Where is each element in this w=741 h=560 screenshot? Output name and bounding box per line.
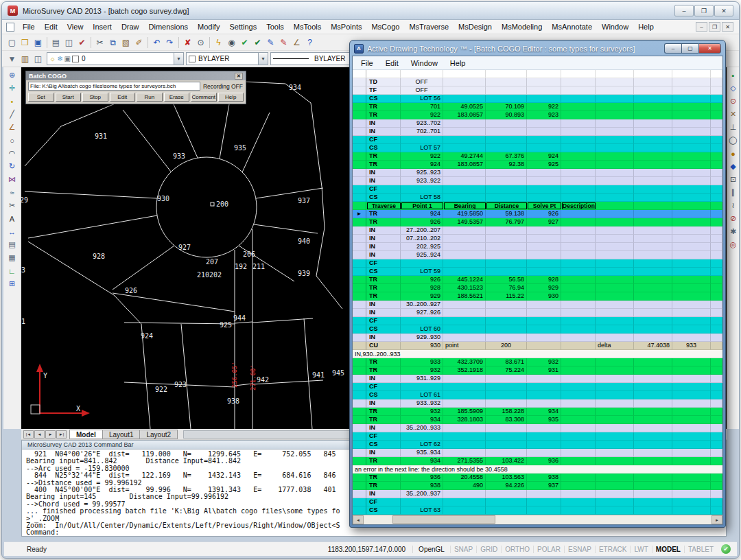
esnap-target-icon[interactable]: ◎	[727, 238, 740, 251]
editor-menu-file[interactable]: File	[355, 59, 379, 67]
menu-mspoints[interactable]: MsPoints	[326, 23, 366, 31]
grid-row[interactable]: CF	[353, 136, 722, 144]
text-icon[interactable]: A	[5, 212, 19, 225]
audit-check-icon[interactable]: ✔	[238, 36, 251, 49]
menu-msmodeling[interactable]: MsModeling	[497, 23, 547, 31]
verify-check-icon[interactable]: ✔	[251, 36, 264, 49]
arc-icon[interactable]: ◠	[5, 147, 19, 160]
menu-mstools[interactable]: MsTools	[289, 23, 326, 31]
snap-quadrant-icon[interactable]: ◆	[727, 160, 740, 173]
zoom-in-icon[interactable]: ⊕	[5, 69, 19, 82]
menu-edit[interactable]: Edit	[40, 23, 62, 31]
menu-mscogo[interactable]: MsCogo	[366, 23, 404, 31]
grid-row[interactable]: IN923..922	[353, 177, 722, 185]
grid-row[interactable]: CSLOT 57	[353, 144, 722, 152]
tab-model[interactable]: Model	[69, 430, 103, 439]
grid-icon[interactable]: ⊞	[5, 277, 19, 290]
dimension-icon[interactable]: ↔	[5, 225, 19, 238]
print-preview-icon[interactable]: ◫	[62, 36, 75, 49]
restore-button[interactable]: ❐	[694, 5, 714, 16]
editor-minimize-button[interactable]: –	[664, 43, 681, 54]
grid-row[interactable]: IN202..925	[353, 243, 722, 251]
snap-endpoint-icon[interactable]: ▪	[727, 69, 740, 82]
explorer-icon[interactable]: ▥	[19, 52, 32, 65]
color-combo[interactable]: BYLAYER ▼	[186, 52, 268, 65]
batch-stop-button[interactable]: Stop	[82, 93, 108, 102]
grid-row[interactable]: TDOFF	[353, 78, 722, 86]
snap-perpendicular-icon[interactable]: ⊥	[727, 121, 740, 134]
minimize-button[interactable]: –	[674, 5, 694, 16]
scrollbar-track[interactable]	[364, 515, 711, 524]
mirror-icon[interactable]: ⋈	[5, 173, 19, 186]
chevron-down-icon[interactable]: ▼	[258, 53, 268, 65]
redline-pencil-icon[interactable]: ✎	[277, 36, 290, 49]
grid-row[interactable]: IN30..200..927	[353, 301, 722, 309]
grid-row[interactable]: IN923..702	[353, 119, 722, 128]
menu-file[interactable]: File	[18, 23, 40, 31]
trim-icon[interactable]: ✂	[5, 199, 19, 212]
circle-icon[interactable]: ○	[5, 134, 19, 147]
grid-span-row[interactable]: an error in the next line: the direction…	[353, 465, 722, 474]
menu-insert[interactable]: Insert	[88, 23, 117, 31]
grid-row[interactable]: CF	[353, 498, 722, 506]
grid-row[interactable]: CF	[353, 383, 722, 391]
grid-row[interactable]: CSLOT 59	[353, 268, 722, 276]
batch-file-field[interactable]: File: K:\Big Al\batch cogo files\some ty…	[28, 82, 200, 91]
grid-row[interactable]: CSLOT 58	[353, 194, 722, 202]
menu-settings[interactable]: Settings	[224, 23, 261, 31]
print-icon[interactable]: ▤	[49, 36, 62, 49]
snap-none-icon[interactable]: ⊘	[727, 212, 740, 225]
snap-node-icon[interactable]: ●	[727, 147, 740, 160]
column-header-distance[interactable]: Distance	[486, 202, 527, 209]
grid-row[interactable]: IN35..200..937	[353, 490, 722, 498]
grid-row[interactable]: IN933..932	[353, 399, 722, 408]
editor-menu-window[interactable]: Window	[405, 59, 444, 67]
layers-icon[interactable]: ▤	[5, 238, 19, 251]
zoom-realtime-icon[interactable]: ⊙	[194, 36, 207, 49]
menu-window[interactable]: Window	[597, 23, 633, 31]
snap-parallel-icon[interactable]: ∥	[727, 186, 740, 199]
copy-icon[interactable]: ⧉	[106, 36, 119, 49]
help-icon[interactable]: ?	[303, 36, 316, 49]
snapshot-icon[interactable]: ◉	[225, 36, 238, 49]
grid-row[interactable]: TFOFF	[353, 86, 722, 95]
grid-span-row[interactable]: IN,930..200..933	[353, 350, 722, 358]
grid-row[interactable]: IN702..701	[353, 128, 722, 136]
menu-dimensions[interactable]: Dimensions	[144, 23, 193, 31]
polyline-icon[interactable]: ∠	[5, 121, 19, 134]
menu-modify[interactable]: Modify	[193, 23, 224, 31]
layer-states-icon[interactable]: ◫	[32, 52, 45, 65]
scroll-left-icon[interactable]: ◄	[353, 515, 364, 524]
offset-icon[interactable]: ≈	[5, 186, 19, 199]
rotate-icon[interactable]: ↻	[5, 160, 19, 173]
batch-set-button[interactable]: Set	[28, 93, 54, 102]
grid-row[interactable]: IN35..200..933	[353, 424, 722, 432]
grid-row[interactable]: IN927..926	[353, 309, 722, 317]
status-model[interactable]: MODEL	[652, 546, 684, 553]
editor-maximize-button[interactable]: ▢	[681, 43, 698, 54]
grid-row[interactable]: CSLOT 62	[353, 441, 722, 449]
snap-nearest-icon[interactable]: ≀	[727, 199, 740, 212]
mdi-minimize-button[interactable]: –	[696, 22, 707, 32]
status-grid[interactable]: GRID	[476, 546, 501, 553]
menu-tools[interactable]: Tools	[261, 23, 289, 31]
grid-row[interactable]: TR92249.274467.376924	[353, 152, 722, 161]
batch-run-button[interactable]: Run	[137, 93, 163, 102]
grid-row[interactable]: ►TR924419.585059.138926	[353, 210, 722, 218]
status-tablet[interactable]: TABLET	[684, 546, 717, 553]
grid-row[interactable]: TR928430.152376.94929	[353, 284, 722, 292]
column-header-solve-pt[interactable]: Solve Pt	[528, 202, 561, 209]
tab-nav-3[interactable]: ►|	[56, 430, 67, 439]
column-header-description[interactable]: Description	[562, 202, 596, 209]
grid-row[interactable]: IN931..929	[353, 375, 722, 383]
chevron-down-icon[interactable]: ▼	[174, 53, 183, 65]
grid-row[interactable]: TR922183.085790.893923	[353, 111, 722, 119]
grid-row[interactable]: CF	[353, 259, 722, 268]
editor-menu-help[interactable]: Help	[444, 59, 472, 67]
grid-row[interactable]: TR929188.5621115.22930	[353, 292, 722, 301]
status-esnap[interactable]: ESNAP	[564, 546, 595, 553]
cut-icon[interactable]: ✂	[93, 36, 106, 49]
grid-row[interactable]: IN935..934	[353, 449, 722, 457]
batch-erase-button[interactable]: Erase	[164, 93, 190, 102]
grid-row[interactable]: TR934271.5355103.422936	[353, 457, 722, 465]
